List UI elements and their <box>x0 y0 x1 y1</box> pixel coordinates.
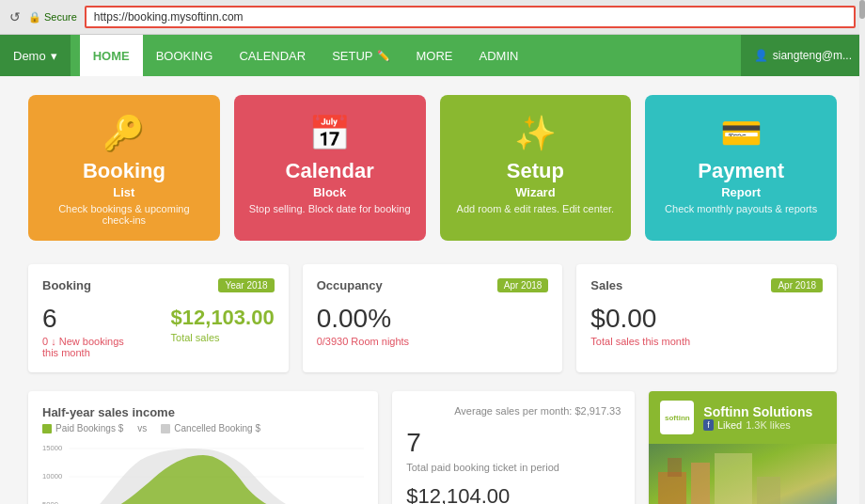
stats-row: Booking Year 2018 6 0 ↓ New bookings thi… <box>28 264 837 372</box>
sales-value-group: $0.00 Total sales this month <box>590 304 823 347</box>
booking-stat-values: 6 0 ↓ New bookings this month $12,103.00… <box>42 304 275 358</box>
nav-calendar[interactable]: CALENDAR <box>226 35 319 76</box>
refresh-icon[interactable]: ↺ <box>9 9 21 24</box>
occupancy-stat-box: Occupancy Apr 2018 0.00% 0/3930 Room nig… <box>303 264 563 372</box>
occupancy-value-group: 0.00% 0/3930 Room nights <box>317 304 549 347</box>
chevron-down-icon: ▾ <box>51 49 57 63</box>
booking-count-group: 6 0 ↓ New bookings this month <box>42 304 143 358</box>
secure-indicator: 🔒 Secure <box>28 11 77 24</box>
social-header: softinn Softinn Solutions f Liked 1.3K l… <box>649 391 837 444</box>
chart-box: Half-year sales income Paid Bookings $ v… <box>28 391 378 504</box>
demo-dropdown[interactable]: Demo ▾ <box>0 35 71 76</box>
nav-home[interactable]: HOME <box>80 35 143 76</box>
user-menu[interactable]: 👤 siangteng@m... <box>741 35 865 76</box>
booking-stat-header: Booking Year 2018 <box>42 278 275 292</box>
legend-cancelled: Cancelled Booking $ <box>161 423 260 433</box>
cancelled-legend-dot <box>161 424 170 433</box>
svg-rect-14 <box>658 472 686 504</box>
nav-more[interactable]: MORE <box>403 35 466 76</box>
setup-card[interactable]: ✨ Setup Wizard Add room & edit rates. Ed… <box>440 95 632 241</box>
svg-rect-16 <box>668 458 682 477</box>
pencil-icon: ✏️ <box>377 50 390 62</box>
svg-rect-17 <box>715 453 752 504</box>
calendar-card[interactable]: 📅 Calendar Block Stop selling. Block dat… <box>234 95 426 241</box>
nav-booking[interactable]: BOOKING <box>143 35 227 76</box>
wand-icon: ✨ <box>514 114 557 153</box>
booking-stat-box: Booking Year 2018 6 0 ↓ New bookings thi… <box>28 264 289 372</box>
svg-text:5000: 5000 <box>42 500 59 504</box>
paid-legend-dot <box>42 424 52 433</box>
svg-rect-18 <box>757 477 780 504</box>
url-bar[interactable] <box>85 6 856 28</box>
lock-icon: 🔒 <box>28 11 41 24</box>
sales-stat-header: Sales Apr 2018 <box>590 278 823 292</box>
top-nav: Demo ▾ HOME BOOKING CALENDAR SETUP ✏️ MO… <box>0 35 865 76</box>
legend-paid: Paid Bookings $ <box>42 423 123 433</box>
payment-icon: 💳 <box>720 114 763 153</box>
nav-links: HOME BOOKING CALENDAR SETUP ✏️ MORE ADMI… <box>71 35 741 76</box>
social-info: Softinn Solutions f Liked 1.3K likes <box>703 404 812 431</box>
social-like-row: f Liked 1.3K likes <box>703 419 812 431</box>
nav-admin[interactable]: ADMIN <box>466 35 532 76</box>
bottom-row: Half-year sales income Paid Bookings $ v… <box>28 391 837 504</box>
sales-chart: 15000 10000 5000 Oct Nov Dec Jan Feb Mar <box>42 441 364 504</box>
social-image: Offline <box>649 444 837 504</box>
social-image-svg <box>649 444 837 504</box>
user-icon: 👤 <box>754 49 768 62</box>
booking-sales-group: $12,103.00 Total sales <box>171 304 275 358</box>
calendar-icon: 📅 <box>308 114 351 153</box>
occupancy-stat-header: Occupancy Apr 2018 <box>317 278 549 292</box>
facebook-icon: f <box>703 419 714 431</box>
payment-card[interactable]: 💳 Payment Report Check monthly payouts &… <box>645 95 837 241</box>
chart-legend: Paid Bookings $ vs Cancelled Booking $ <box>42 423 364 433</box>
social-box: softinn Softinn Solutions f Liked 1.3K l… <box>649 391 837 504</box>
svg-text:10000: 10000 <box>42 472 63 480</box>
svg-text:15000: 15000 <box>42 444 63 452</box>
key-icon: 🔑 <box>102 114 145 153</box>
nav-setup[interactable]: SETUP ✏️ <box>319 35 402 76</box>
cards-row: 🔑 Booking List Check bookings & upcoming… <box>28 95 837 241</box>
booking-card[interactable]: 🔑 Booking List Check bookings & upcoming… <box>28 95 220 241</box>
main-content: 🔑 Booking List Check bookings & upcoming… <box>0 76 865 504</box>
sales-stat-box: Sales Apr 2018 $0.00 Total sales this mo… <box>576 264 837 372</box>
browser-bar: ↺ 🔒 Secure <box>0 0 865 35</box>
svg-rect-15 <box>691 463 710 504</box>
softinn-logo: softinn <box>660 401 694 434</box>
avg-stats-box: Average sales per month: $2,917.33 7 Tot… <box>392 391 635 504</box>
